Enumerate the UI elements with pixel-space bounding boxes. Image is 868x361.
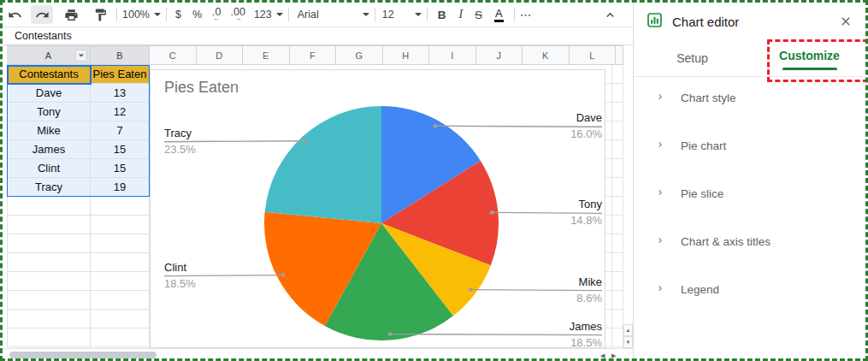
column-header-b[interactable]: B <box>91 45 150 65</box>
slice-percent: 18.5% <box>570 336 602 349</box>
column-header-h[interactable]: H <box>383 45 430 65</box>
column-header-l[interactable]: L <box>570 45 617 65</box>
cell-a5[interactable]: James <box>7 140 91 159</box>
caret-down-icon <box>154 13 161 16</box>
strikethrough-button[interactable]: S <box>475 9 482 21</box>
empty-cell[interactable] <box>7 272 91 291</box>
column-header-e[interactable]: E <box>243 45 290 65</box>
format-percent-button[interactable]: % <box>192 9 202 21</box>
column-header-k[interactable]: K <box>523 45 570 65</box>
empty-cell[interactable] <box>7 234 91 253</box>
column-header-g[interactable]: G <box>336 45 383 65</box>
vertical-scrollbar[interactable]: ▲ ▼ <box>623 65 633 348</box>
print-icon[interactable] <box>60 5 82 24</box>
empty-cell[interactable] <box>7 291 91 310</box>
slice-percent: 16.0% <box>570 127 602 140</box>
empty-cell[interactable] <box>91 310 150 328</box>
sheets-window: 100% $ % .0← .00→ 123 Arial 12 B I S A ⋯ <box>0 0 868 361</box>
cell-b7[interactable]: 19 <box>91 178 150 197</box>
column-header-a[interactable]: A <box>7 45 91 65</box>
cell-b3[interactable]: 12 <box>91 103 150 121</box>
pie-chart[interactable]: Pies Eaten Dave16.0%Tony14.8%Mike8.6%Jam… <box>150 69 605 348</box>
table-row <box>7 197 150 216</box>
column-header-i[interactable]: I <box>429 45 476 65</box>
empty-cell[interactable] <box>91 253 150 272</box>
toolbar-divider <box>375 8 375 21</box>
cell-b5[interactable]: 15 <box>91 140 150 159</box>
caret-down-icon <box>415 13 422 16</box>
font-size-select[interactable]: 12 <box>382 9 422 21</box>
table-row: Tracy 19 <box>7 178 150 197</box>
undo-icon[interactable] <box>3 5 26 24</box>
table-row <box>7 310 150 328</box>
scroll-down-icon[interactable]: ▼ <box>623 336 633 348</box>
column-dropdown-icon[interactable] <box>75 50 87 62</box>
more-formats-button[interactable]: 123 <box>254 9 283 21</box>
more-toolbar-options-button[interactable]: ⋯ <box>520 8 533 21</box>
zoom-select[interactable]: 100% <box>122 9 161 21</box>
section-legend[interactable]: Legend <box>634 265 868 313</box>
bold-button[interactable]: B <box>438 9 446 21</box>
section-chart-axis-titles[interactable]: Chart & axis titles <box>634 217 868 265</box>
paint-format-icon[interactable] <box>89 5 111 24</box>
italic-button[interactable]: I <box>459 8 464 21</box>
table-row <box>7 291 150 310</box>
pie-slice-tracy[interactable] <box>265 106 381 223</box>
scroll-left-icon[interactable]: ◀ <box>600 352 605 359</box>
scroll-right-icon[interactable]: ▶ <box>611 352 616 359</box>
cell-a4[interactable]: Mike <box>7 121 91 140</box>
cell-a1[interactable]: Contestants <box>7 65 91 84</box>
toolbar-divider <box>116 8 117 21</box>
scroll-up-icon[interactable]: ▲ <box>623 324 633 336</box>
cell-b2[interactable]: 13 <box>91 84 150 103</box>
cell-a2[interactable]: Dave <box>7 84 91 103</box>
cell-b1[interactable]: Pies Eaten <box>91 65 150 84</box>
increase-decimal-button[interactable]: .00→ <box>231 8 245 21</box>
toolbar: 100% $ % .0← .00→ 123 Arial 12 B I S A ⋯ <box>3 3 633 27</box>
empty-cell[interactable] <box>7 310 91 328</box>
section-label: Chart & axis titles <box>681 235 771 248</box>
table-row <box>7 272 150 291</box>
format-currency-button[interactable]: $ <box>175 9 181 21</box>
section-pie-slice[interactable]: Pie slice <box>634 169 868 217</box>
column-header-f[interactable]: F <box>290 45 337 65</box>
section-pie-chart[interactable]: Pie chart <box>634 121 868 169</box>
grid-strip <box>605 65 623 348</box>
cell-a7[interactable]: Tracy <box>7 178 91 197</box>
empty-cell[interactable] <box>7 253 91 272</box>
tab-customize[interactable]: Customize <box>751 40 868 76</box>
empty-cell[interactable] <box>91 197 150 216</box>
decrease-decimal-button[interactable]: .0← <box>212 8 221 21</box>
empty-cell[interactable] <box>91 272 150 291</box>
tab-setup[interactable]: Setup <box>634 40 751 76</box>
scrollbar-thumb[interactable] <box>9 352 156 358</box>
chart-editor-header: Chart editor <box>634 3 868 40</box>
close-icon[interactable] <box>837 13 854 30</box>
cell-b4[interactable]: 7 <box>91 121 150 140</box>
redo-icon[interactable] <box>31 5 53 24</box>
empty-cell[interactable] <box>91 291 150 310</box>
empty-cell[interactable] <box>91 234 150 253</box>
column-header-d[interactable]: D <box>197 45 244 65</box>
formula-bar[interactable]: Contestants <box>3 27 633 45</box>
slice-percent: 14.8% <box>570 214 602 227</box>
label-anchor-dot <box>304 139 309 143</box>
empty-cell[interactable] <box>7 216 91 234</box>
cell-a6[interactable]: Clint <box>7 159 91 178</box>
empty-cell[interactable] <box>91 328 150 347</box>
empty-cell[interactable] <box>7 328 91 347</box>
text-color-button[interactable]: A <box>494 8 504 22</box>
horizontal-scrollbar[interactable]: ◀ ▶ <box>3 348 633 361</box>
empty-cell[interactable] <box>7 197 91 216</box>
cell-a3[interactable]: Tony <box>7 103 91 121</box>
slice-percent: 8.6% <box>576 292 602 305</box>
font-select[interactable]: Arial <box>298 9 369 21</box>
cell-b6[interactable]: 15 <box>91 159 150 178</box>
section-chart-style[interactable]: Chart style <box>634 74 868 121</box>
column-header-j[interactable]: J <box>476 45 523 65</box>
hide-menus-icon[interactable] <box>599 5 621 24</box>
column-header-c[interactable]: C <box>150 45 197 65</box>
slice-name: Dave <box>570 111 602 125</box>
slice-percent: 18.5% <box>164 277 196 290</box>
empty-cell[interactable] <box>91 216 150 234</box>
